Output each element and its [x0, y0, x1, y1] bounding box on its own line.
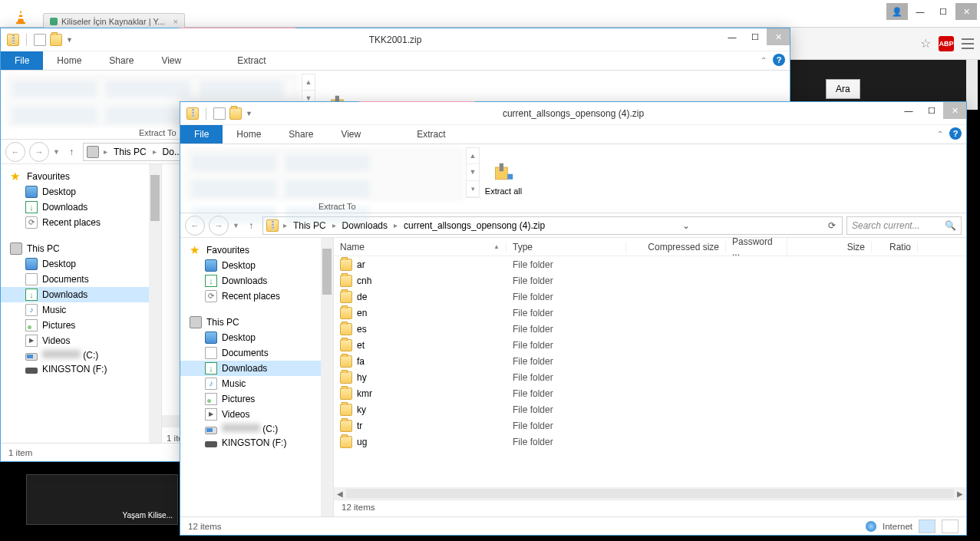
tree-item-pictures[interactable]: Pictures — [180, 391, 333, 407]
ribbon-collapse-icon-front[interactable]: ⌃ — [937, 130, 943, 138]
abp-extension-icon[interactable]: ABP — [939, 36, 954, 51]
titlebar-back[interactable]: ▼ TKK2001.zip — ☐ ✕ — [1, 28, 790, 51]
view-icons-toggle[interactable] — [942, 520, 959, 533]
crumb-zip-front[interactable]: current_allsongs_opensong (4).zip — [402, 220, 546, 231]
ribbon-collapse-icon[interactable]: ⌃ — [761, 56, 767, 64]
file-row-tr[interactable]: trFile folder — [334, 417, 966, 434]
titlebar-front[interactable]: ▼ current_allsongs_opensong (4).zip — ☐ … — [180, 102, 966, 125]
hscroll-left-icon[interactable]: ◀ — [334, 490, 346, 498]
maximize-button-front[interactable]: ☐ — [920, 102, 943, 119]
col-compressed-size[interactable]: Compressed size — [626, 242, 726, 252]
nav-tree-front[interactable]: ★FavouritesDesktopDownloadsRecent places… — [180, 238, 334, 516]
extract-all-button-front[interactable]: Extract all — [484, 147, 523, 209]
ara-button[interactable]: Ara — [826, 79, 860, 99]
extract-tab-back[interactable]: Extract — [223, 51, 279, 70]
file-row-en[interactable]: enFile folder — [334, 305, 966, 321]
qat-dropdown-icon[interactable]: ▼ — [66, 36, 73, 44]
qat-properties-icon-front[interactable] — [213, 107, 226, 120]
browser-menu-icon[interactable] — [962, 38, 974, 49]
qat-dropdown-icon-front[interactable]: ▼ — [246, 110, 252, 117]
browser-tab[interactable]: Kiliseler İçin Kaynaklar | Y... × — [43, 13, 185, 28]
extract-tab-front[interactable]: Extract — [403, 125, 459, 143]
qat-newfolder-icon-front[interactable] — [229, 107, 242, 120]
home-tab-front[interactable]: Home — [223, 125, 275, 143]
col-size[interactable]: Size — [787, 242, 872, 252]
tree-item-desktop[interactable]: Desktop — [180, 330, 333, 345]
tree-favourites-header[interactable]: ★Favourites — [180, 242, 333, 258]
maximize-button-back[interactable]: ☐ — [744, 28, 767, 45]
file-row-kmr[interactable]: kmrFile folder — [334, 385, 966, 401]
refresh-icon[interactable]: ⟳ — [825, 220, 839, 231]
tree-item-pictures[interactable]: Pictures — [1, 318, 161, 333]
tree-item-kingston-f-[interactable]: KINGSTON (F:) — [1, 362, 161, 376]
col-password[interactable]: Password ... — [726, 238, 787, 258]
view-details-toggle[interactable] — [919, 520, 935, 533]
tree-item-downloads[interactable]: Downloads — [1, 200, 161, 215]
tree-item-videos[interactable]: Videos — [1, 333, 161, 348]
tree-item-music[interactable]: Music — [1, 302, 161, 318]
tree-item-music[interactable]: Music — [180, 376, 333, 391]
tree-item--c-[interactable]: (C:) — [180, 422, 333, 436]
file-tab-front[interactable]: File — [180, 125, 223, 143]
file-hscroll-front[interactable]: ◀ ▶ — [334, 487, 966, 500]
qat-newfolder-icon[interactable] — [50, 34, 62, 46]
gallery-spinner-front[interactable]: ▲▼▾ — [466, 147, 480, 198]
bg-maximize-button[interactable]: ☐ — [932, 3, 954, 20]
col-ratio[interactable]: Ratio — [872, 242, 918, 252]
tree-scrollbar-back[interactable] — [149, 164, 161, 443]
file-row-hy[interactable]: hyFile folder — [334, 369, 966, 385]
browser-scrollbar[interactable] — [966, 60, 978, 110]
tree-item-recent-places[interactable]: Recent places — [1, 215, 161, 230]
back-button-back[interactable]: ← — [5, 142, 25, 162]
file-row-ky[interactable]: kyFile folder — [334, 401, 966, 417]
file-row-cnh[interactable]: cnhFile folder — [334, 272, 966, 289]
view-tab-front[interactable]: View — [327, 125, 375, 143]
bookmark-star-icon[interactable]: ☆ — [920, 36, 931, 51]
file-row-et[interactable]: etFile folder — [334, 337, 966, 353]
view-tab-back[interactable]: View — [147, 51, 195, 70]
col-type[interactable]: Type — [506, 242, 626, 252]
file-tab-back[interactable]: File — [1, 51, 43, 70]
bg-close-button[interactable]: ✕ — [955, 3, 977, 20]
nav-tree-back[interactable]: ★FavouritesDesktopDownloadsRecent places… — [1, 164, 162, 443]
file-list[interactable]: arFile foldercnhFile folderdeFile folder… — [334, 256, 966, 487]
tab-close-icon[interactable]: × — [173, 17, 178, 26]
tree-thispc-header[interactable]: This PC — [1, 241, 161, 256]
hscroll-right-icon[interactable]: ▶ — [954, 490, 966, 498]
bg-minimize-button[interactable]: — — [909, 3, 931, 20]
file-row-ug[interactable]: ugFile folder — [334, 434, 966, 450]
tree-item-kingston-f-[interactable]: KINGSTON (F:) — [180, 436, 333, 450]
share-tab-back[interactable]: Share — [95, 51, 147, 70]
tree-item-documents[interactable]: Documents — [180, 345, 333, 361]
tree-item-desktop[interactable]: Desktop — [1, 256, 161, 272]
minimize-button-front[interactable]: — — [897, 102, 920, 119]
vlc-video-thumbnail[interactable]: Yaşam Kilise... — [26, 474, 178, 525]
file-row-fa[interactable]: faFile folder — [334, 353, 966, 369]
qat-properties-icon[interactable] — [34, 34, 46, 46]
tree-item-desktop[interactable]: Desktop — [1, 184, 161, 200]
tree-scrollbar-front[interactable] — [321, 238, 333, 516]
tree-item-videos[interactable]: Videos — [180, 407, 333, 422]
home-tab-back[interactable]: Home — [43, 51, 95, 70]
tree-item-downloads[interactable]: Downloads — [180, 361, 333, 376]
help-icon-front[interactable]: ? — [949, 127, 962, 140]
tree-item-downloads[interactable]: Downloads — [180, 273, 333, 289]
help-icon-back[interactable]: ? — [773, 54, 785, 66]
tree-item--c-[interactable]: (C:) — [1, 348, 161, 362]
tree-item-desktop[interactable]: Desktop — [180, 258, 333, 273]
crumb-thispc-back[interactable]: This PC — [112, 147, 148, 157]
search-input[interactable]: Search current... 🔍 — [846, 216, 962, 235]
col-name[interactable]: Name▲ — [334, 242, 506, 252]
close-button-front[interactable]: ✕ — [943, 102, 966, 119]
up-button-back[interactable]: ↑ — [64, 144, 79, 160]
history-dropdown-back[interactable]: ▼ — [53, 148, 60, 156]
addr-dropdown-icon[interactable]: ⌄ — [679, 220, 693, 231]
tree-item-recent-places[interactable]: Recent places — [180, 289, 333, 304]
tree-item-downloads[interactable]: Downloads — [1, 287, 161, 302]
tree-thispc-header[interactable]: This PC — [180, 315, 333, 330]
share-tab-front[interactable]: Share — [275, 125, 327, 143]
file-row-ar[interactable]: arFile folder — [334, 256, 966, 272]
file-row-es[interactable]: esFile folder — [334, 321, 966, 337]
tree-item-documents[interactable]: Documents — [1, 272, 161, 287]
forward-button-back[interactable]: → — [29, 142, 49, 162]
